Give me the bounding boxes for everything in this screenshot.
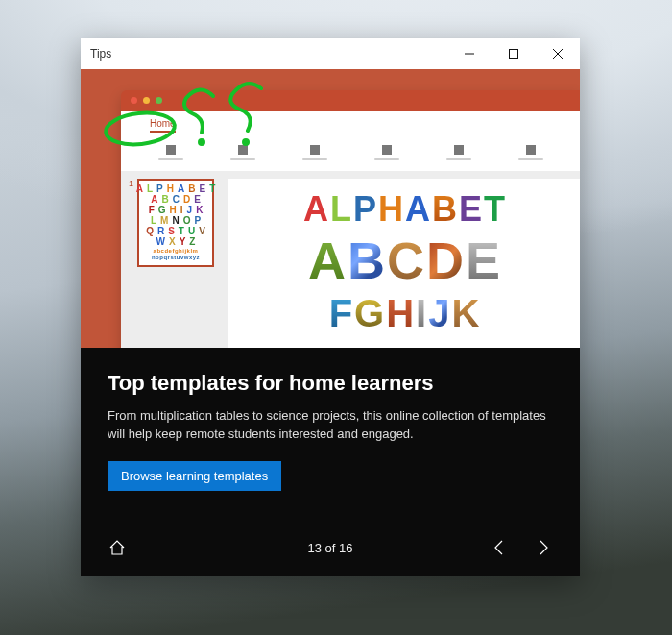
browse-templates-button[interactable]: Browse learning templates — [108, 461, 281, 491]
minimize-icon — [465, 49, 474, 59]
traffic-green-icon — [156, 97, 162, 104]
next-button[interactable] — [534, 538, 553, 557]
close-icon — [553, 49, 563, 59]
hero-image: Home 1 — [81, 69, 580, 348]
traffic-yellow-icon — [143, 97, 150, 104]
mac-traffic-lights — [131, 97, 162, 104]
maximize-icon — [509, 49, 518, 59]
chevron-right-icon — [537, 539, 550, 556]
home-icon — [108, 539, 126, 556]
tips-window: Tips — [81, 38, 580, 576]
ribbon-tab — [191, 118, 194, 133]
ribbon-icons — [121, 133, 580, 171]
home-button[interactable] — [108, 538, 127, 557]
ribbon: Home — [121, 111, 580, 171]
ribbon-tabs: Home — [121, 111, 580, 133]
thumb-number: 1 — [129, 179, 133, 348]
tip-body: From multiplication tables to science pr… — [108, 407, 549, 444]
powerpoint-mock: Home 1 — [121, 90, 580, 348]
page-counter: 13 of 16 — [308, 541, 353, 555]
tip-title: Top templates for home learners — [108, 371, 553, 396]
nav-row: 13 of 16 — [108, 517, 553, 563]
traffic-red-icon — [131, 97, 137, 104]
caption-panel: Top templates for home learners From mul… — [81, 348, 580, 576]
ribbon-tab-home: Home — [150, 118, 176, 133]
prev-button[interactable] — [490, 538, 509, 557]
slide-thumbnail: ALPHABET ABCDE FGHIJK LMNOP QRSTUV WXYZ … — [137, 179, 214, 267]
svg-rect-0 — [510, 50, 518, 59]
current-slide: ALPHABET ABCDE FGHIJK LMNOP — [228, 179, 580, 348]
window-controls — [447, 38, 580, 69]
window-title: Tips — [90, 47, 111, 61]
titlebar: Tips — [81, 38, 580, 69]
desktop-background: Tips — [0, 0, 672, 635]
minimize-button[interactable] — [447, 38, 492, 69]
close-button[interactable] — [536, 38, 580, 69]
thumbnail-column: 1 ALPHABET ABCDE FGHIJK LMNOP QRSTUV WXY… — [121, 171, 228, 348]
maximize-button[interactable] — [492, 38, 536, 69]
ppt-body: 1 ALPHABET ABCDE FGHIJK LMNOP QRSTUV WXY… — [121, 171, 580, 348]
chevron-left-icon — [492, 539, 506, 556]
